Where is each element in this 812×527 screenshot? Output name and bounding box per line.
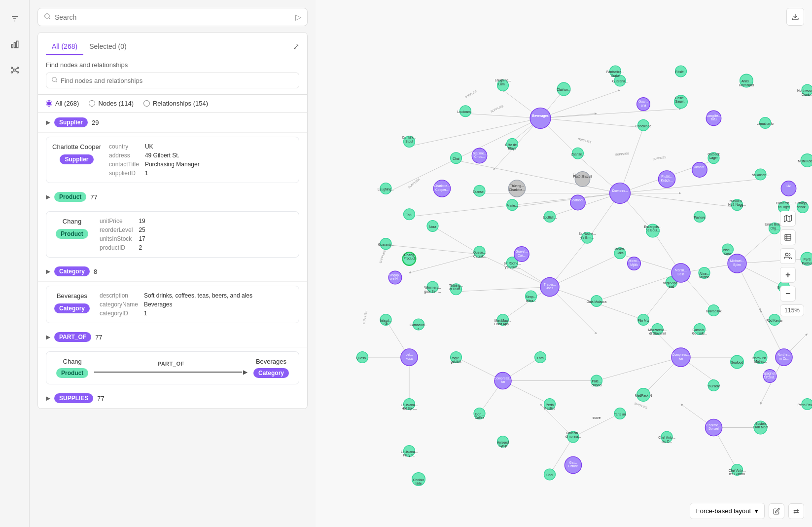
radio-nodes[interactable] <box>89 100 95 107</box>
edit-layout-button[interactable] <box>769 503 784 519</box>
svg-point-321 <box>705 419 722 436</box>
svg-point-15 <box>45 14 49 18</box>
rel-type-label: PART_OF <box>158 361 184 367</box>
radio-rels[interactable] <box>143 100 150 107</box>
svg-point-270 <box>760 117 771 129</box>
category-section-header[interactable]: ▶ Category 8 <box>38 262 307 282</box>
download-button[interactable] <box>786 8 804 26</box>
tab-selected[interactable]: Selected (0) <box>83 38 132 55</box>
graph-svg[interactable]: SUPPLIES PART_OF SUPPLIES SUPPLIES SUPPL… <box>316 0 812 527</box>
supplies-section-header[interactable]: ▶ SUPPLIES 77 <box>38 388 307 409</box>
supplier-chevron: ▶ <box>46 119 50 126</box>
table-button[interactable] <box>780 229 796 245</box>
radio-rels-label[interactable]: Relationships (154) <box>143 100 208 107</box>
zoom-out-button[interactable]: − <box>780 286 796 301</box>
prop-key: country <box>109 143 139 150</box>
svg-point-130 <box>507 199 518 211</box>
svg-point-336 <box>692 162 707 177</box>
rel-arrow-area: PART_OF ▶ <box>88 361 253 376</box>
product-nodes[interactable]: Clairton... Guaraná... Laughing... Lum..… <box>356 66 812 486</box>
nodes-search-field[interactable] <box>61 77 294 84</box>
svg-point-132 <box>544 211 556 223</box>
svg-line-56 <box>550 254 620 287</box>
partof-chevron: ▶ <box>46 334 50 340</box>
svg-point-258 <box>694 324 706 335</box>
prop-key: productID <box>100 244 133 251</box>
svg-point-201 <box>661 431 672 443</box>
prop-key: categoryName <box>100 301 138 308</box>
svg-point-207 <box>732 464 743 476</box>
nodes-search-input-wrapper <box>46 73 299 88</box>
svg-point-291 <box>610 66 621 77</box>
svg-point-191 <box>614 408 626 419</box>
svg-line-29 <box>465 113 540 118</box>
supplier-name: Charlotte Cooper <box>52 143 101 151</box>
svg-point-188 <box>591 375 602 386</box>
person-button[interactable] <box>780 248 796 264</box>
prop-key: unitsInStock <box>100 235 133 242</box>
category-card-badge: Category <box>54 303 90 313</box>
prop-val: 2 <box>139 244 293 251</box>
svg-text:SUPPLIES: SUPPLIES <box>634 402 648 409</box>
svg-line-18 <box>56 81 57 82</box>
edges: SUPPLIES PART_OF SUPPLIES SUPPLIES SUPPL… <box>362 89 808 474</box>
svg-point-263 <box>769 314 780 326</box>
svg-line-12 <box>15 68 17 70</box>
svg-point-100 <box>460 106 471 117</box>
search-run-icon[interactable]: ▷ <box>295 12 301 22</box>
svg-point-140 <box>732 199 743 211</box>
category-name: Beverages <box>57 292 87 300</box>
chart-button[interactable] <box>6 36 24 53</box>
svg-point-366 <box>575 172 590 187</box>
network-button[interactable] <box>6 61 24 79</box>
svg-point-380 <box>786 253 788 256</box>
svg-point-312 <box>401 349 418 366</box>
zoom-in-button[interactable]: + <box>780 267 796 283</box>
expand-icon[interactable]: ⤢ <box>293 42 299 51</box>
svg-point-277 <box>802 84 812 96</box>
svg-point-7 <box>11 67 12 69</box>
svg-line-16 <box>49 18 50 19</box>
svg-point-194 <box>637 388 650 402</box>
svg-line-26 <box>540 109 681 118</box>
svg-point-232 <box>403 252 416 265</box>
search-input[interactable] <box>55 13 291 21</box>
svg-point-117 <box>638 119 649 131</box>
svg-line-59 <box>409 254 480 273</box>
svg-text:SUPPLIES: SUPPLIES <box>652 155 667 161</box>
svg-point-122 <box>755 169 766 180</box>
product-section-header[interactable]: ▶ Product 77 <box>38 187 307 207</box>
supplier-section-header[interactable]: ▶ Supplier 29 <box>38 113 307 133</box>
graph-area[interactable]: SUPPLIES PART_OF SUPPLIES SUPPLIES SUPPL… <box>316 0 812 527</box>
prop-key: unitPrice <box>100 218 133 225</box>
map-button[interactable] <box>780 211 796 226</box>
tab-all[interactable]: All (268) <box>46 38 83 55</box>
radio-nodes-label[interactable]: Nodes (114) <box>89 100 134 107</box>
svg-rect-376 <box>785 234 791 240</box>
rel-to: Beverages Category <box>253 358 289 378</box>
prop-key: contactTitle <box>109 161 139 168</box>
category-card-props: descriptionSoft drinks, coffees, teas, b… <box>100 292 293 317</box>
category-card-left: Beverages Category <box>52 292 92 317</box>
svg-point-167 <box>638 314 649 326</box>
category-count: 8 <box>94 268 97 275</box>
prop-val: 1 <box>145 170 293 177</box>
prop-val: 25 <box>139 226 293 233</box>
svg-point-330 <box>728 254 746 273</box>
radio-all-label[interactable]: All (268) <box>46 100 79 107</box>
svg-point-227 <box>708 380 719 391</box>
layout-selector[interactable]: Force-based layout ▾ <box>690 503 765 519</box>
svg-point-363 <box>508 180 525 197</box>
nodes-search-icon <box>51 76 58 85</box>
svg-point-179 <box>474 408 485 419</box>
filter-button[interactable] <box>6 10 24 28</box>
radio-group: All (268) Nodes (114) Relationships (154… <box>38 95 307 113</box>
svg-point-265 <box>413 319 424 330</box>
left-panel: ▷ All (268) Selected (0) ⤢ Find nodes an… <box>30 0 316 527</box>
radio-all[interactable] <box>46 100 52 107</box>
toggle-panel-button[interactable]: ⇄ <box>788 503 804 519</box>
svg-point-198 <box>404 446 415 457</box>
svg-point-309 <box>671 348 690 367</box>
partof-section-header[interactable]: ▶ PART_OF 77 <box>38 327 307 347</box>
svg-point-268 <box>694 211 706 223</box>
